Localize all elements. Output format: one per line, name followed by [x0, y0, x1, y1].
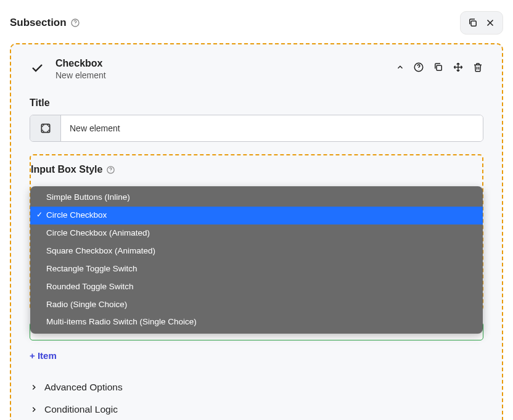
svg-rect-5: [437, 65, 441, 70]
media-picker-button[interactable]: [30, 115, 61, 141]
advanced-options-toggle[interactable]: Advanced Options: [30, 382, 483, 393]
element-type: Checkbox: [55, 58, 106, 69]
page-header-actions: [460, 11, 503, 35]
add-item-button[interactable]: + Item: [30, 350, 57, 361]
input-style-select[interactable]: Simple Buttons (Inline)Circle CheckboxCi…: [30, 186, 483, 310]
duplicate-icon[interactable]: [433, 62, 444, 73]
help-icon[interactable]: [70, 18, 80, 28]
svg-point-8: [111, 171, 112, 171]
svg-point-1: [75, 25, 75, 25]
conditional-logic-label: Conditional Logic: [44, 404, 118, 415]
duplicate-page-icon[interactable]: [466, 15, 480, 30]
help-icon[interactable]: [413, 62, 424, 73]
svg-rect-6: [41, 124, 49, 132]
element-header: Checkbox New element: [30, 58, 483, 80]
close-icon[interactable]: [483, 15, 498, 30]
page-header: Subsection: [10, 11, 503, 35]
dropdown-option[interactable]: Rectangle Toggle Switch: [30, 260, 483, 278]
dropdown-option[interactable]: Simple Buttons (Inline): [30, 189, 483, 207]
svg-point-4: [419, 69, 419, 70]
title-input-row: [30, 115, 483, 142]
dropdown-option[interactable]: Multi-items Radio Switch (Single Choice): [30, 313, 483, 331]
advanced-options-label: Advanced Options: [44, 382, 123, 393]
dropdown-option[interactable]: Radio (Single Choice): [30, 296, 483, 314]
help-icon[interactable]: [106, 165, 115, 175]
input-style-block: Input Box Style Simple Buttons (Inline)C…: [30, 154, 483, 311]
title-label: Title: [30, 97, 483, 109]
page-header-left: Subsection: [10, 17, 80, 29]
element-card: Checkbox New element Title: [10, 43, 503, 420]
page-title: Subsection: [10, 17, 67, 29]
element-title-block: Checkbox New element: [55, 58, 106, 80]
element-actions: [396, 62, 483, 73]
checkmark-icon: [30, 60, 44, 75]
dropdown-option[interactable]: Circle Checkbox: [30, 207, 483, 224]
chevron-right-icon: [30, 405, 38, 414]
element-header-left: Checkbox New element: [30, 58, 106, 80]
input-style-dropdown: Simple Buttons (Inline)Circle CheckboxCi…: [30, 186, 483, 334]
dropdown-option[interactable]: Circle Checkbox (Animated): [30, 224, 483, 242]
input-style-label: Input Box Style: [31, 164, 482, 180]
dropdown-option[interactable]: Rounded Toggle Switch: [30, 278, 483, 296]
conditional-logic-toggle[interactable]: Conditional Logic: [30, 404, 483, 415]
input-style-label-text: Input Box Style: [31, 164, 102, 175]
move-icon[interactable]: [453, 62, 464, 73]
svg-rect-2: [471, 21, 476, 26]
collapse-icon[interactable]: [396, 63, 404, 72]
dropdown-option[interactable]: Square Checkbox (Animated): [30, 242, 483, 260]
title-input[interactable]: [61, 115, 483, 141]
delete-icon[interactable]: [472, 62, 483, 73]
element-subtitle: New element: [55, 70, 106, 80]
chevron-right-icon: [30, 383, 38, 392]
